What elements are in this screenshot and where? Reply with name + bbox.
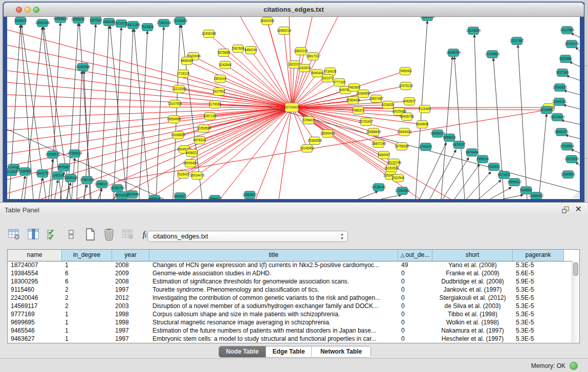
table-cell[interactable]: 18724007 — [8, 261, 62, 269]
table-cell[interactable]: 5.3E-5 — [513, 286, 564, 294]
table-cell[interactable]: 0 — [398, 277, 432, 286]
table-cell[interactable]: Embryonic stem cells: a model to study s… — [149, 335, 398, 343]
table-cell[interactable]: 5.9E-5 — [513, 277, 564, 286]
table-cell[interactable]: Dudbridge et al. (2008) — [432, 277, 513, 286]
table-cell[interactable]: 1 — [62, 335, 112, 343]
table-cell[interactable]: de Silva et al. (2003) — [432, 302, 513, 310]
table-cell[interactable]: 5.3E-5 — [513, 318, 564, 326]
table-cell[interactable]: 5.3E-5 — [513, 302, 564, 310]
table-cell[interactable]: 5.5E-5 — [513, 294, 564, 302]
tab-node-table[interactable]: Node Table — [219, 346, 266, 357]
tab-network-table[interactable]: Network Table — [311, 346, 371, 357]
table-cell[interactable]: 1 — [62, 326, 112, 335]
table-cell[interactable]: 1 — [62, 310, 112, 318]
table-cell[interactable]: Jankovic et al. (1997) — [432, 286, 513, 294]
table-cell[interactable]: Tibbo et al. (1998) — [432, 310, 513, 318]
table-cell[interactable]: Nakamura et al. (1997) — [432, 326, 513, 335]
table-cell[interactable]: 6 — [62, 277, 112, 286]
table-cell[interactable]: Genome-wide association studies in ADHD. — [149, 269, 398, 277]
table-cell[interactable]: 1997 — [112, 286, 149, 294]
table-cell[interactable]: 1997 — [112, 326, 149, 335]
row-detail-toggle-button[interactable] — [64, 227, 78, 242]
table-cell[interactable]: Disruption of a novel member of a sodium… — [149, 302, 398, 310]
table-cell[interactable]: 9699695 — [8, 318, 62, 326]
table-cell[interactable]: 6 — [62, 269, 112, 277]
table-cell[interactable]: Estimation of significance thresholds fo… — [149, 277, 398, 286]
show-columns-button[interactable] — [26, 227, 40, 242]
table-cell[interactable]: 0 — [398, 310, 432, 318]
table-cell[interactable]: 0 — [398, 335, 432, 343]
table-row[interactable]: 2242004622012Investigating the contribut… — [8, 294, 579, 302]
table-row[interactable]: 911546021997Tourette syndrome. Phenomeno… — [8, 286, 579, 294]
table-cell[interactable]: Tourette syndrome. Phenomenology and cla… — [149, 286, 398, 294]
table-cell[interactable]: 1 — [62, 261, 112, 269]
table-cell[interactable]: 5.3E-5 — [513, 335, 564, 343]
table-cell[interactable]: 14569117 — [8, 302, 62, 310]
table-cell[interactable]: 0 — [398, 302, 432, 310]
table-cell[interactable]: 18300295 — [8, 277, 62, 286]
canvas-resize-grip[interactable] — [573, 192, 579, 198]
column-header-year[interactable]: year — [112, 250, 149, 261]
network-table-select[interactable]: citations_edges.txt ▲▼ — [147, 231, 348, 242]
table-scrollbar-thumb[interactable] — [573, 262, 578, 276]
table-cell[interactable]: 2009 — [112, 269, 149, 277]
table-cell[interactable]: Estimation of the future numbers of pati… — [149, 326, 398, 335]
table-cell[interactable]: 9777169 — [8, 310, 62, 318]
table-cell[interactable]: 9115460 — [8, 286, 62, 294]
table-row[interactable]: 946362711997Embryonic stem cells: a mode… — [8, 335, 579, 343]
table-row[interactable]: 1456911722003Disruption of a novel membe… — [8, 302, 579, 310]
table-cell[interactable]: 1998 — [112, 310, 149, 318]
table-cell[interactable]: 2008 — [112, 277, 149, 286]
table-row[interactable]: 977716911998Corpus callosum shape and si… — [8, 310, 579, 318]
tab-edge-table[interactable]: Edge Table — [266, 346, 311, 357]
table-cell[interactable]: Franke et al. (2009) — [432, 269, 513, 277]
table-cell[interactable]: 2012 — [112, 294, 149, 302]
table-cell[interactable]: Investigating the contribution of common… — [149, 294, 398, 302]
table-cell[interactable]: Yano et al. (2008) — [432, 261, 513, 269]
table-cell[interactable]: Changes of HCN gene expression and I(f) … — [149, 261, 398, 269]
table-scrollbar[interactable] — [572, 261, 579, 342]
table-cell[interactable]: 2 — [62, 286, 112, 294]
table-cell[interactable]: 5.3E-5 — [513, 326, 564, 335]
table-cell[interactable]: Hescheler et al. (1997) — [432, 335, 513, 343]
delete-column-button[interactable] — [102, 227, 116, 242]
table-row[interactable]: 946554611997Estimation of the future num… — [8, 326, 579, 335]
column-header-in_degree[interactable]: in_degree — [62, 250, 112, 261]
table-cell[interactable]: 0 — [398, 269, 432, 277]
create-column-button[interactable] — [83, 227, 97, 242]
table-row[interactable]: 969969511998Structural magnetic resonanc… — [8, 318, 579, 326]
table-row[interactable]: 1938455462009Genome-wide association stu… — [8, 269, 579, 277]
table-cell[interactable]: Structural magnetic resonance image aver… — [149, 318, 398, 326]
column-header-pagerank[interactable]: pagerank — [513, 250, 564, 261]
table-cell[interactable]: 1997 — [112, 335, 149, 343]
table-cell[interactable]: 19384554 — [8, 269, 62, 277]
table-mode-button[interactable] — [7, 227, 21, 242]
table-cell[interactable]: 0 — [398, 286, 432, 294]
table-cell[interactable]: 0 — [398, 318, 432, 326]
table-cell[interactable]: 2 — [62, 294, 112, 302]
table-cell[interactable]: 2003 — [112, 302, 149, 310]
table-cell[interactable]: 2 — [62, 302, 112, 310]
table-cell[interactable]: 5.6E-5 — [513, 269, 564, 277]
table-row[interactable]: 1872400712008Changes of HCN gene express… — [8, 261, 579, 269]
table-cell[interactable]: 0 — [398, 294, 432, 302]
table-cell[interactable]: 5.3E-5 — [513, 261, 564, 269]
column-header-name[interactable]: name — [8, 250, 62, 261]
column-header-out_de[interactable]: △out_de... — [398, 250, 432, 261]
table-cell[interactable]: 9463627 — [8, 335, 62, 343]
table-cell[interactable]: 0 — [398, 326, 432, 335]
table-cell[interactable]: 1 — [62, 318, 112, 326]
table-row[interactable]: 1830029562008Estimation of significance … — [8, 277, 579, 286]
table-cell[interactable]: Wolkin et al. (1998) — [432, 318, 513, 326]
column-header-short[interactable]: short — [432, 250, 513, 261]
table-cell[interactable]: 49 — [398, 261, 432, 269]
table-cell[interactable]: 9465546 — [8, 326, 62, 335]
table-cell[interactable]: 1998 — [112, 318, 149, 326]
network-window-titlebar[interactable]: citations_edges.txt — [4, 3, 584, 17]
table-cell[interactable]: 2008 — [112, 261, 149, 269]
network-canvas[interactable]: 1872400722420046989606527181261221339313… — [7, 17, 580, 199]
select-rows-button[interactable] — [45, 227, 59, 242]
delete-table-button[interactable] — [121, 227, 135, 242]
table-cell[interactable]: Stergiakouli et al. (2012) — [432, 294, 513, 302]
float-panel-icon[interactable] — [561, 206, 570, 214]
